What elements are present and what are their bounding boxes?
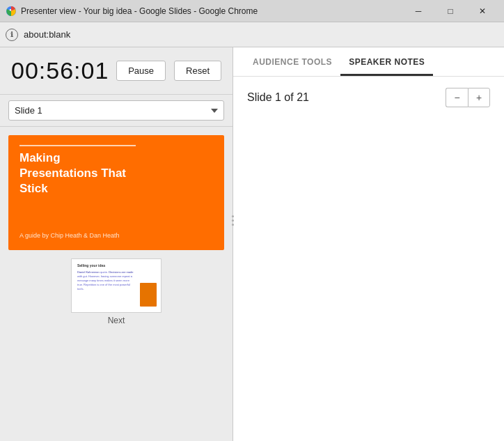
timer-display: 00:56:01	[11, 57, 108, 84]
next-label: Next	[108, 316, 125, 325]
address-bar: ℹ about:blank	[0, 22, 504, 47]
slide-selector-area[interactable]: Slide 1	[0, 95, 233, 127]
info-icon: ℹ	[6, 29, 18, 41]
window-title: Presenter view - Your big idea - Google …	[21, 6, 258, 16]
right-panel: AUDIENCE TOOLS SPEAKER NOTES Slide 1 of …	[233, 47, 504, 441]
zoom-plus-button[interactable]: +	[468, 88, 490, 107]
window-controls: ─ □ ✕	[402, 0, 498, 22]
close-button[interactable]: ✕	[466, 0, 498, 22]
next-slide-container: Selling your idea Daniel Kahneman quote.…	[8, 258, 224, 325]
zoom-controls: − +	[446, 88, 490, 107]
slide-top-decoration: Making Presentations That Stick	[19, 145, 213, 196]
tabs-bar: AUDIENCE TOOLS SPEAKER NOTES	[233, 47, 504, 77]
zoom-minus-button[interactable]: −	[446, 88, 468, 107]
panel-drag-handle[interactable]	[230, 207, 235, 235]
timer-area: 00:56:01 Pause Reset	[0, 47, 233, 95]
slide-subtitle: A guide by Chip Heath & Dan Heath	[19, 232, 213, 239]
slide-top-line	[19, 145, 136, 146]
maximize-button[interactable]: □	[434, 0, 466, 22]
current-slide-preview: Making Presentations That Stick A guide …	[8, 135, 224, 250]
address-url[interactable]: about:blank	[24, 29, 70, 40]
tab-speaker-notes[interactable]: SPEAKER NOTES	[340, 47, 433, 76]
slide-counter: Slide 1 of 21	[247, 91, 309, 104]
slide-select[interactable]: Slide 1	[8, 100, 224, 121]
pause-button[interactable]: Pause	[116, 61, 166, 81]
main-content: 00:56:01 Pause Reset Slide 1 Making Pres…	[0, 47, 504, 441]
slide-counter-row: Slide 1 of 21 − +	[247, 88, 490, 107]
minimize-button[interactable]: ─	[402, 0, 434, 22]
notes-area: Slide 1 of 21 − +	[233, 77, 504, 130]
drag-dot	[232, 219, 234, 222]
next-slide-frame: Selling your idea Daniel Kahneman quote.…	[71, 258, 162, 313]
next-slide-content: Selling your idea Daniel Kahneman quote.…	[72, 259, 140, 312]
tab-audience-tools[interactable]: AUDIENCE TOOLS	[244, 47, 340, 76]
next-slide-heading: Selling your idea	[77, 263, 134, 268]
slide-title: Making Presentations That Stick	[19, 150, 213, 196]
next-slide-body: Daniel Kahneman quote. Decisions are mad…	[77, 270, 134, 291]
chrome-icon	[6, 6, 17, 17]
drag-dot	[232, 215, 234, 217]
title-bar-title-area: Presenter view - Your big idea - Google …	[6, 6, 258, 17]
title-bar: Presenter view - Your big idea - Google …	[0, 0, 504, 22]
drag-dot	[232, 224, 234, 226]
next-slide-book-image	[140, 283, 157, 307]
left-panel: 00:56:01 Pause Reset Slide 1 Making Pres…	[0, 47, 233, 441]
reset-button[interactable]: Reset	[174, 61, 221, 81]
